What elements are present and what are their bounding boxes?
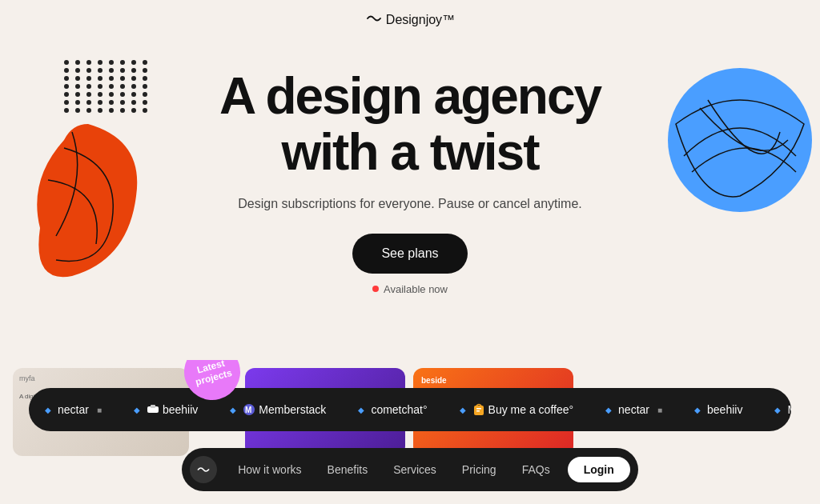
nav-link-pricing[interactable]: Pricing <box>451 457 508 482</box>
bottom-nav: How it works Benefits Services Pricing F… <box>0 440 820 504</box>
available-badge: Available now <box>372 283 448 295</box>
nav-link-services[interactable]: Services <box>382 457 448 482</box>
ticker-item: ◆ beehiiv <box>678 403 758 416</box>
svg-point-0 <box>668 68 812 212</box>
logo-text: Designjoy™ <box>386 13 455 27</box>
ticker-item: ◆ Memberstack <box>758 403 791 416</box>
nav-link-how-it-works[interactable]: How it works <box>227 457 312 482</box>
svg-text:M: M <box>245 406 251 414</box>
ticker-item: ◆ beehiiv <box>118 403 214 416</box>
nav-login-button[interactable]: Login <box>568 457 630 482</box>
ticker-diamond: ◆ <box>694 406 701 414</box>
ticker-diamond: ◆ <box>460 406 466 414</box>
ticker-item: ◆ nectar ■ <box>29 403 118 416</box>
ticker-inner: ◆ nectar ■ ◆ beehiiv ◆ M Memberstack ◆ <box>29 402 791 417</box>
ticker-item: ◆ M Memberstack <box>214 403 342 416</box>
ticker-diamond: ◆ <box>605 406 612 414</box>
blue-shape-decoration <box>660 60 804 204</box>
hero-subtitle: Design subscriptions for everyone. Pause… <box>238 197 582 211</box>
available-dot <box>372 286 379 292</box>
nav-pill: How it works Benefits Services Pricing F… <box>182 448 638 491</box>
ticker-item: ◆ nectar ■ <box>589 403 678 416</box>
available-text: Available now <box>384 283 448 295</box>
ticker-diamond: ◆ <box>774 406 781 414</box>
ticker-diamond: ◆ <box>134 406 140 414</box>
svg-rect-2 <box>151 405 155 408</box>
dot-decoration <box>64 60 128 124</box>
top-bar: Designjoy™ <box>0 0 820 36</box>
ticker-item: ◆ Buy me a coffee° <box>444 402 590 417</box>
ticker-diamond: ◆ <box>358 406 364 414</box>
ticker-bar: ◆ nectar ■ ◆ beehiiv ◆ M Memberstack ◆ <box>29 388 791 431</box>
svg-rect-6 <box>476 408 481 410</box>
svg-rect-7 <box>476 410 480 412</box>
logo: Designjoy™ <box>365 11 455 28</box>
red-shape-decoration <box>24 116 128 260</box>
ticker-diamond: ◆ <box>45 406 51 414</box>
logo-icon <box>365 11 383 28</box>
cta-button[interactable]: See plans <box>352 234 467 274</box>
nav-link-faqs[interactable]: FAQs <box>511 457 561 482</box>
nav-logo-button[interactable] <box>190 456 217 483</box>
hero-title: A design agency with a twist <box>219 68 601 181</box>
ticker-item: ◆ cometchat° <box>342 403 443 416</box>
ticker-diamond: ◆ <box>230 406 236 414</box>
nav-link-benefits[interactable]: Benefits <box>316 457 380 482</box>
